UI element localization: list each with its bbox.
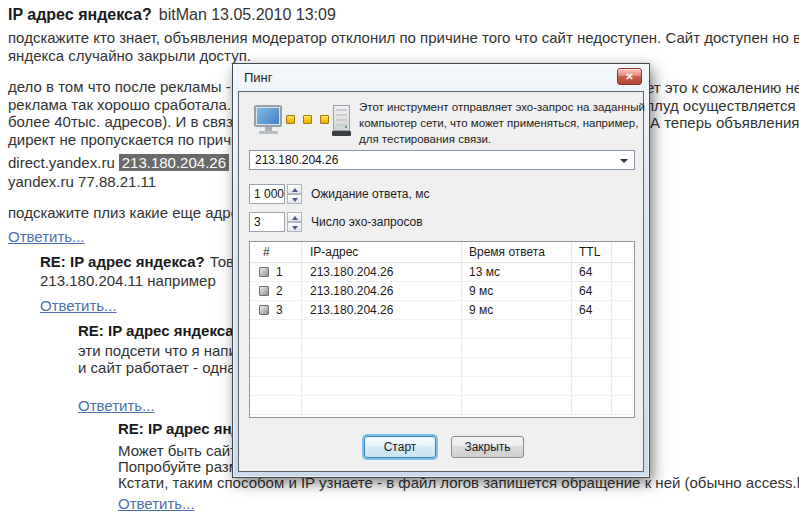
row-ip: 213.180.204.26 bbox=[302, 282, 462, 300]
reply-link[interactable]: Ответить... bbox=[40, 297, 117, 314]
table-header-row: # IP-адрес Время ответа TTL bbox=[250, 242, 634, 263]
post-body-line: подскажите кто знает, объявления модерат… bbox=[8, 29, 799, 46]
post-meta: bitMan 13.05.2010 13:09 bbox=[159, 6, 336, 23]
row-num: 2 bbox=[276, 284, 283, 298]
row-time: 9 мс bbox=[462, 282, 572, 300]
row-spacer bbox=[612, 301, 634, 319]
table-row[interactable]: 3 213.180.204.26 9 мс 64 bbox=[250, 301, 634, 320]
start-button[interactable]: Старт bbox=[364, 436, 436, 458]
reply-link[interactable]: Ответить... bbox=[8, 228, 85, 245]
dialog-titlebar[interactable]: Пинг ✕ bbox=[233, 64, 649, 91]
close-icon[interactable]: ✕ bbox=[617, 68, 642, 85]
description-line: Этот инструмент отправляет эхо-запрос на… bbox=[359, 99, 645, 115]
ping-results-table: # IP-адрес Время ответа TTL 1 213.180.20… bbox=[249, 241, 635, 418]
address-label: direct.yandex.ru bbox=[8, 154, 115, 171]
timeout-label: Ожидание ответа, мс bbox=[311, 187, 429, 201]
arrow-down-icon bbox=[292, 198, 298, 202]
echo-count-label: Число эхо-запросов bbox=[311, 215, 423, 229]
ping-illustration bbox=[251, 104, 353, 140]
post-body-line: яндекса случайно закрыли доступ. bbox=[8, 47, 251, 64]
reply-link[interactable]: Ответить... bbox=[78, 397, 155, 414]
timeout-input[interactable] bbox=[249, 184, 285, 204]
row-ttl: 64 bbox=[572, 263, 612, 281]
address-line: yandex.ru 77.88.21.11 bbox=[8, 173, 156, 190]
column-header-num[interactable]: # bbox=[250, 242, 302, 262]
table-row[interactable]: 1 213.180.204.26 13 мс 64 bbox=[250, 263, 634, 282]
column-header-ip[interactable]: IP-адрес bbox=[302, 242, 462, 262]
post-body-line-fragment: ет это к сожалению не bbox=[646, 79, 799, 96]
row-time: 13 мс bbox=[462, 263, 572, 281]
post-body-line-fragment: плуд осуществляется с bbox=[646, 97, 799, 114]
address-input[interactable] bbox=[250, 151, 614, 169]
echo-count-decrement-button[interactable] bbox=[287, 222, 302, 232]
arrow-down-icon bbox=[292, 226, 298, 230]
monitor-icon bbox=[259, 131, 278, 134]
ping-dialog: Пинг ✕ Этот инструмент отправляет эхо-за… bbox=[232, 63, 650, 478]
packet-icon bbox=[320, 115, 329, 124]
address-line: direct.yandex.ru213.180.204.26 bbox=[8, 154, 229, 171]
reply-title: RE: IP адрес янде bbox=[118, 420, 249, 437]
table-empty-row bbox=[250, 396, 634, 415]
dialog-description: Этот инструмент отправляет эхо-запрос на… bbox=[359, 99, 645, 147]
row-spacer bbox=[612, 282, 634, 300]
server-led-icon bbox=[345, 126, 347, 128]
row-ttl: 64 bbox=[572, 301, 612, 319]
dialog-client-area: Этот инструмент отправляет эхо-запрос на… bbox=[238, 91, 644, 472]
timeout-increment-button[interactable] bbox=[287, 184, 302, 194]
description-line: для тестирования связи. bbox=[359, 131, 645, 147]
post-title: IP адрес яндекса? bbox=[8, 6, 152, 23]
description-line: компьютер сети, что может применяться, н… bbox=[359, 115, 645, 131]
reply-title: RE: IP адрес яндекса? bbox=[78, 322, 243, 339]
packet-icon bbox=[303, 115, 312, 124]
arrow-up-icon bbox=[292, 188, 298, 192]
table-empty-row bbox=[250, 358, 634, 377]
reply-link[interactable]: Ответить... bbox=[118, 495, 195, 512]
echo-count-input[interactable] bbox=[249, 212, 285, 232]
monitor-icon bbox=[254, 105, 282, 127]
table-empty-row bbox=[250, 377, 634, 396]
echo-count-increment-button[interactable] bbox=[287, 212, 302, 222]
result-row-icon bbox=[259, 305, 269, 315]
table-empty-row bbox=[250, 339, 634, 358]
post-body-line-fragment: А теперь объявления в bbox=[650, 114, 799, 131]
column-header-ttl[interactable]: TTL bbox=[572, 242, 612, 262]
row-ip: 213.180.204.26 bbox=[302, 301, 462, 319]
post-header: IP адрес яндекса?bitMan 13.05.2010 13:09 bbox=[8, 6, 336, 23]
server-icon bbox=[333, 105, 350, 131]
reply-body-line: 213.180.204.11 например bbox=[40, 272, 216, 289]
table-empty-row bbox=[250, 320, 634, 339]
row-time: 9 мс bbox=[462, 301, 572, 319]
reply-title: RE: IP адрес яндекса? bbox=[40, 253, 205, 270]
row-ip: 213.180.204.26 bbox=[302, 263, 462, 281]
result-row-icon bbox=[259, 267, 269, 277]
result-row-icon bbox=[259, 286, 269, 296]
row-spacer bbox=[612, 263, 634, 281]
address-combobox[interactable] bbox=[249, 150, 635, 170]
packet-icon bbox=[286, 115, 295, 124]
timeout-decrement-button[interactable] bbox=[287, 194, 302, 204]
row-num: 3 bbox=[276, 303, 283, 317]
column-header-time[interactable]: Время ответа bbox=[462, 242, 572, 262]
row-ttl: 64 bbox=[572, 282, 612, 300]
chevron-down-icon[interactable] bbox=[614, 151, 634, 169]
selected-ip-text: 213.180.204.26 bbox=[119, 154, 229, 171]
reply-header: RE: IP адрес яндекса?Товари bbox=[40, 253, 259, 270]
row-num: 1 bbox=[276, 265, 283, 279]
arrow-up-icon bbox=[292, 216, 298, 220]
dialog-title: Пинг bbox=[244, 70, 273, 85]
server-icon bbox=[332, 131, 351, 136]
close-button[interactable]: Закрыть bbox=[451, 436, 524, 458]
column-header-spacer bbox=[612, 242, 634, 262]
table-row[interactable]: 2 213.180.204.26 9 мс 64 bbox=[250, 282, 634, 301]
